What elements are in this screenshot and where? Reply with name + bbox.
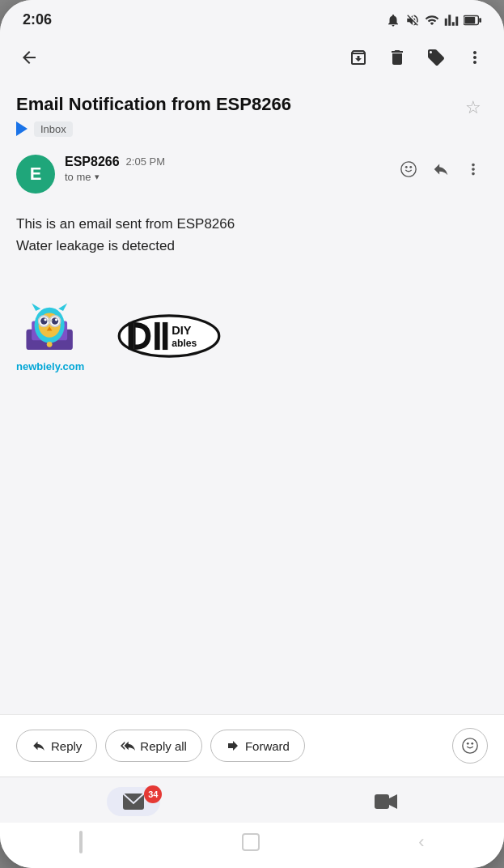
label-button[interactable] bbox=[420, 41, 452, 74]
star-button[interactable]: ☆ bbox=[459, 93, 488, 122]
sender-to[interactable]: to me ▾ bbox=[65, 171, 384, 183]
svg-rect-24 bbox=[129, 322, 134, 350]
sender-info: ESP8266 2:05 PM to me ▾ bbox=[65, 155, 384, 183]
subject-row: Email Notification from ESP8266 Inbox ☆ bbox=[16, 80, 488, 147]
forward-icon bbox=[226, 738, 240, 753]
sender-name-row: ESP8266 2:05 PM bbox=[65, 155, 384, 169]
android-nav: ‹ bbox=[0, 823, 504, 868]
subject-left: Email Notification from ESP8266 Inbox bbox=[16, 93, 459, 137]
battery-icon bbox=[464, 15, 481, 26]
email-subject: Email Notification from ESP8266 bbox=[16, 93, 459, 117]
svg-point-3 bbox=[401, 161, 416, 176]
back-button[interactable] bbox=[13, 41, 45, 74]
archive-button[interactable] bbox=[342, 41, 375, 74]
mail-icon-wrap: 34 bbox=[107, 787, 160, 816]
bottom-nav: 34 bbox=[0, 777, 504, 823]
email-body: This is an email sent from ESP8266Water … bbox=[16, 206, 488, 276]
forward-arrow-icon bbox=[16, 121, 28, 136]
svg-point-13 bbox=[40, 317, 47, 324]
svg-rect-1 bbox=[464, 16, 475, 23]
video-icon bbox=[375, 793, 397, 811]
sender-time: 2:05 PM bbox=[126, 155, 165, 168]
owl-icon bbox=[19, 300, 81, 355]
status-icons bbox=[386, 13, 481, 28]
diyables-logo: DIY ables bbox=[116, 310, 222, 362]
status-bar: 2:06 bbox=[0, 0, 504, 35]
svg-marker-10 bbox=[58, 304, 67, 311]
forward-button[interactable]: Forward bbox=[210, 730, 305, 762]
phone-frame: 2:06 bbox=[0, 0, 504, 868]
svg-text:ables: ables bbox=[172, 338, 197, 349]
emoji-reaction-button[interactable] bbox=[394, 155, 423, 184]
email-body-text: This is an email sent from ESP8266Water … bbox=[16, 213, 488, 257]
reply-all-button[interactable]: Reply all bbox=[105, 730, 202, 762]
reply-button[interactable]: Reply bbox=[16, 730, 97, 762]
svg-point-29 bbox=[463, 738, 477, 753]
reply-all-icon bbox=[121, 738, 135, 753]
svg-point-14 bbox=[44, 318, 47, 321]
chevron-down-icon: ▾ bbox=[95, 172, 100, 182]
reply-button-header[interactable] bbox=[426, 155, 455, 184]
recent-apps-button[interactable] bbox=[79, 831, 83, 853]
sender-actions bbox=[394, 155, 488, 184]
mail-icon bbox=[123, 794, 144, 810]
inbox-badge: Inbox bbox=[34, 121, 73, 137]
newbiely-text: newbiely.com bbox=[16, 360, 84, 372]
avatar: E bbox=[16, 155, 55, 194]
svg-point-22 bbox=[47, 342, 53, 347]
more-button[interactable] bbox=[459, 41, 491, 74]
mail-nav-item[interactable]: 34 bbox=[91, 784, 176, 819]
video-nav-item[interactable] bbox=[358, 789, 413, 814]
status-time: 2:06 bbox=[23, 11, 52, 28]
svg-point-17 bbox=[55, 318, 57, 321]
sender-name: ESP8266 bbox=[65, 155, 120, 169]
home-button[interactable] bbox=[242, 833, 260, 851]
svg-marker-34 bbox=[389, 794, 397, 809]
wifi-icon bbox=[425, 13, 439, 28]
svg-rect-25 bbox=[155, 322, 160, 350]
svg-marker-9 bbox=[32, 304, 40, 311]
svg-rect-26 bbox=[163, 322, 168, 350]
svg-rect-2 bbox=[479, 18, 481, 23]
delete-button[interactable] bbox=[381, 41, 413, 74]
svg-text:DIY: DIY bbox=[172, 324, 193, 337]
emoji-button[interactable] bbox=[452, 728, 488, 764]
signal-icon bbox=[444, 13, 459, 28]
sender-row: E ESP8266 2:05 PM to me ▾ bbox=[16, 147, 488, 206]
alarm-icon bbox=[386, 13, 400, 28]
email-content: Email Notification from ESP8266 Inbox ☆ … bbox=[0, 80, 504, 714]
email-logos: newbiely.com DIY ables bbox=[16, 276, 488, 405]
mail-badge: 34 bbox=[144, 785, 162, 803]
toolbar bbox=[0, 35, 504, 80]
more-options-button[interactable] bbox=[459, 155, 488, 184]
svg-rect-33 bbox=[375, 794, 389, 809]
reply-icon bbox=[32, 738, 46, 753]
newbiely-logo: newbiely.com bbox=[16, 300, 84, 372]
action-buttons: Reply Reply all Forward bbox=[0, 714, 504, 777]
mute-icon bbox=[405, 13, 420, 28]
svg-point-16 bbox=[52, 317, 58, 324]
subject-badges: Inbox bbox=[16, 121, 459, 137]
back-button-nav[interactable]: ‹ bbox=[418, 832, 424, 853]
